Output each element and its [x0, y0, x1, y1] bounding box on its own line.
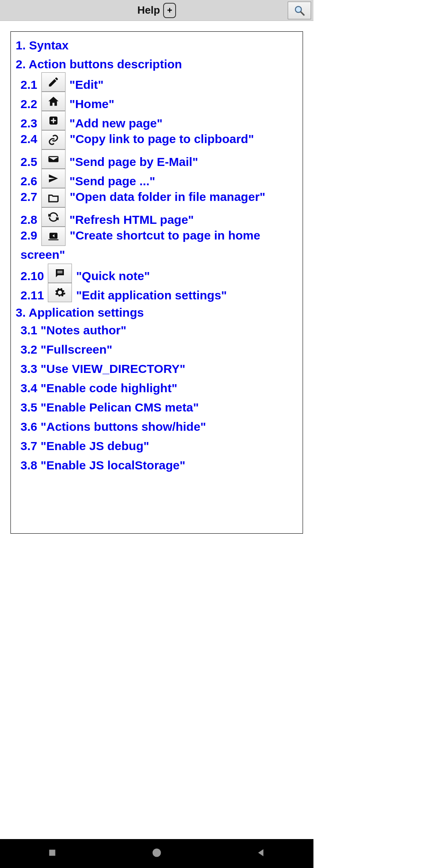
toc-app-settings[interactable]: 3. Application settings	[16, 306, 144, 319]
toc-3-4[interactable]: 3.4 "Enable code highlight"	[20, 381, 177, 395]
toc-action-buttons[interactable]: 2. Action buttons description	[16, 57, 182, 71]
send-icon[interactable]	[41, 169, 66, 188]
page-title: Help	[137, 4, 160, 16]
toc-item-edit[interactable]: 2.1 "Edit"	[20, 72, 298, 92]
pencil-icon[interactable]	[41, 72, 66, 92]
refresh-icon[interactable]	[41, 207, 66, 227]
folder-icon[interactable]	[41, 188, 66, 207]
toc-3-1[interactable]: 3.1 "Notes author"	[20, 323, 127, 337]
search-icon	[293, 4, 305, 16]
help-toc: 1. Syntax 2. Action buttons description …	[10, 31, 303, 534]
expand-button[interactable]: +	[163, 3, 176, 18]
toc-3-7[interactable]: 3.7 "Enable JS debug"	[20, 439, 149, 452]
mail-icon[interactable]	[41, 149, 66, 169]
toc-item-folder[interactable]: 2.7 "Open data folder in file manager"	[20, 188, 298, 207]
toc-item-settings[interactable]: 2.11 "Edit application settings"	[20, 283, 298, 302]
toc-item-send[interactable]: 2.6 "Send page ..."	[20, 169, 298, 188]
gear-icon[interactable]	[48, 283, 72, 302]
toc-item-add-page[interactable]: 2.3 "Add new page"	[20, 111, 298, 130]
shortcut-icon[interactable]	[41, 227, 66, 246]
add-box-icon[interactable]	[41, 111, 66, 130]
toc-syntax[interactable]: 1. Syntax	[16, 39, 69, 52]
toc-3-5[interactable]: 3.5 "Enable Pelican CMS meta"	[20, 401, 199, 414]
toc-item-shortcut[interactable]: 2.9 "Create shortcut to page in home scr…	[20, 227, 298, 264]
svg-line-1	[301, 12, 304, 15]
home-icon[interactable]	[41, 92, 66, 111]
toc-item-refresh[interactable]: 2.8 "Refresh HTML page"	[20, 207, 298, 227]
toc-item-quicknote[interactable]: 2.10 "Quick note"	[20, 264, 298, 283]
toc-3-2[interactable]: 3.2 "Fullscreen"	[20, 343, 113, 356]
link-icon[interactable]	[41, 130, 66, 149]
toc-item-copy-link[interactable]: 2.4 "Copy link to page to clipboard"	[20, 130, 298, 149]
toc-3-6[interactable]: 3.6 "Actions buttons show/hide"	[20, 420, 206, 433]
toc-item-home[interactable]: 2.2 "Home"	[20, 92, 298, 111]
app-header: Help +	[0, 0, 313, 21]
toc-3-8[interactable]: 3.8 "Enable JS localStorage"	[20, 459, 185, 472]
note-icon[interactable]	[48, 264, 72, 283]
toc-3-3[interactable]: 3.3 "Use VIEW_DIRECTORY"	[20, 362, 185, 375]
search-button[interactable]	[288, 2, 311, 19]
toc-item-email[interactable]: 2.5 "Send page by E-Mail"	[20, 149, 298, 169]
